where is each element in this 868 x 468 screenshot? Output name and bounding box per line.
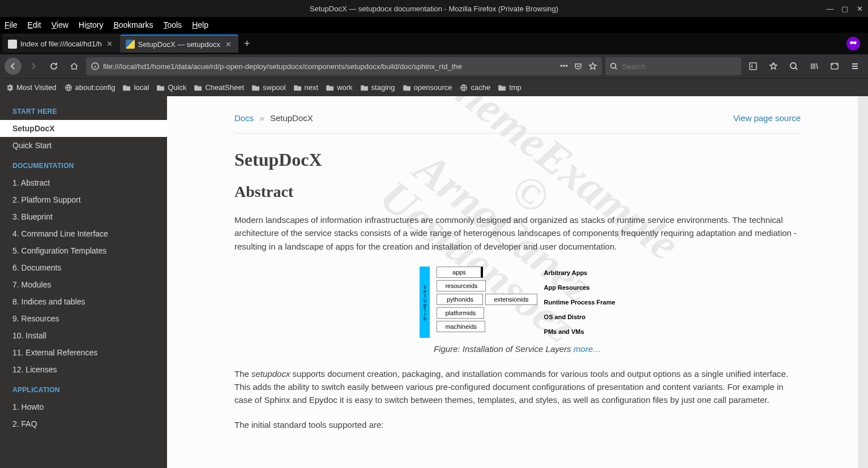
bookmark-item[interactable]: opensource bbox=[403, 83, 452, 92]
diagram-label: Arbitrary Apps bbox=[544, 267, 615, 279]
new-tab-button[interactable]: + bbox=[238, 38, 256, 50]
reload-button[interactable] bbox=[45, 58, 62, 75]
scrollbar[interactable] bbox=[858, 96, 868, 468]
docs-sidebar[interactable]: START HERESetupDocXQuick StartDOCUMENTAT… bbox=[0, 96, 167, 468]
menu-tools[interactable]: Tools bbox=[163, 20, 182, 29]
bookmark-star-icon[interactable] bbox=[588, 62, 597, 71]
sidebar-item[interactable]: 1. Abstract bbox=[0, 174, 167, 191]
sidebar-section-heading: DOCUMENTATION bbox=[0, 154, 167, 174]
menu-bar: File Edit View History Bookmarks Tools H… bbox=[0, 17, 868, 33]
menu-bookmarks[interactable]: Bookmarks bbox=[113, 20, 153, 29]
window-titlebar: SetupDocX — setupdocx documentation - Mo… bbox=[0, 0, 868, 17]
minimize-button[interactable]: — bbox=[826, 5, 834, 12]
back-button[interactable] bbox=[5, 58, 22, 75]
url-bar[interactable]: file:///local/hd1/home1/data/acue/rd/p-o… bbox=[86, 57, 602, 75]
maximize-button[interactable]: ▢ bbox=[841, 5, 849, 12]
section-heading: Abstract bbox=[234, 183, 801, 201]
private-browsing-icon bbox=[846, 37, 860, 50]
search-icon bbox=[610, 62, 618, 70]
abstract-p2: The setupdocx supports document creation… bbox=[234, 367, 801, 407]
search-input[interactable] bbox=[622, 62, 737, 71]
diagram-box: extensionids bbox=[485, 294, 537, 305]
bookmark-item[interactable]: Quick bbox=[157, 83, 186, 92]
sidebar-item[interactable]: 7. Modules bbox=[0, 276, 167, 293]
sidebar-item[interactable]: 5. Configuration Templates bbox=[0, 242, 167, 259]
window-title: SetupDocX — setupdocx documentation - Mo… bbox=[310, 5, 558, 13]
sidebar-section-heading: START HERE bbox=[0, 100, 167, 120]
app-menu-icon[interactable] bbox=[846, 58, 863, 75]
bookmark-item[interactable]: work bbox=[326, 83, 352, 92]
menu-file[interactable]: File bbox=[5, 20, 18, 29]
sidebar-item[interactable]: 12. Licenses bbox=[0, 361, 167, 378]
svg-point-1 bbox=[611, 63, 616, 68]
diagram-label: App Resources bbox=[544, 281, 615, 294]
breadcrumb-root[interactable]: Docs bbox=[234, 113, 254, 123]
tab-1[interactable]: SetupDocX — setupdocx ✕ bbox=[120, 35, 238, 53]
home-button[interactable] bbox=[66, 58, 83, 75]
tab-close-icon[interactable]: ✕ bbox=[105, 40, 114, 48]
forward-button[interactable] bbox=[25, 58, 42, 75]
sidebar-item[interactable]: 9. Resources bbox=[0, 310, 167, 327]
url-text: file:///local/hd1/home1/data/acue/rd/p-o… bbox=[103, 62, 557, 71]
diagram-box: apps bbox=[437, 267, 483, 278]
sidebar-item[interactable]: 2. FAQ bbox=[0, 415, 167, 432]
navigation-bar: file:///local/hd1/home1/data/acue/rd/p-o… bbox=[0, 54, 868, 78]
menu-help[interactable]: Help bbox=[192, 20, 208, 29]
diagram-side-label: setuplib bbox=[420, 267, 430, 338]
reader-icon[interactable] bbox=[745, 58, 762, 75]
library-icon[interactable] bbox=[806, 58, 823, 75]
page-title: SetupDocX bbox=[234, 149, 801, 170]
diagram-label: PMs and VMs bbox=[544, 325, 615, 338]
bookmark-item[interactable]: cache bbox=[460, 83, 490, 92]
sidebar-item[interactable]: 2. Platform Support bbox=[0, 191, 167, 208]
bookmark-item[interactable]: Most Visited bbox=[6, 83, 57, 92]
sidebar-item[interactable]: 6. Documents bbox=[0, 259, 167, 276]
tab-0[interactable]: Index of file:///local/hd1/h ✕ bbox=[2, 35, 120, 53]
svg-point-3 bbox=[790, 63, 796, 68]
diagram-box: platformids bbox=[437, 307, 484, 319]
sidebar-item[interactable]: 3. Blueprint bbox=[0, 208, 167, 225]
python-icon bbox=[126, 40, 135, 49]
diagram-box: pythonids bbox=[437, 294, 483, 305]
figure-more-link[interactable]: more… bbox=[574, 344, 601, 354]
diagram-label: OS and Distro bbox=[544, 311, 615, 323]
menu-history[interactable]: History bbox=[79, 20, 104, 29]
view-source-link[interactable]: View page source bbox=[733, 113, 801, 123]
info-icon bbox=[91, 62, 100, 71]
sidebar-section-heading: APPLICATION bbox=[0, 378, 167, 398]
search-bar[interactable] bbox=[605, 57, 741, 75]
sidebar-item[interactable]: 11. External References bbox=[0, 344, 167, 361]
file-icon bbox=[8, 40, 17, 49]
diagram-box: resourceids bbox=[437, 280, 486, 291]
bookmark-item[interactable]: next bbox=[294, 83, 319, 92]
bookmark-item[interactable]: local bbox=[123, 83, 149, 92]
sidebar-item[interactable]: SetupDocX bbox=[0, 120, 167, 137]
diagram-label: Runtime Process Frame bbox=[544, 296, 615, 308]
sidebar-item[interactable]: 1. Howto bbox=[0, 398, 167, 415]
bookmark-item[interactable]: swpool bbox=[252, 83, 285, 92]
bookmark-item[interactable]: about:config bbox=[65, 83, 116, 92]
menu-view[interactable]: View bbox=[52, 20, 69, 29]
more-icon[interactable]: ••• bbox=[560, 62, 568, 71]
abstract-p3: The initial standard tools supported are… bbox=[234, 418, 801, 431]
tab-close-icon[interactable]: ✕ bbox=[224, 40, 233, 49]
sidebar-item[interactable]: 8. Indices and tables bbox=[0, 293, 167, 310]
sidebar-item[interactable]: 4. Command Line Interface bbox=[0, 225, 167, 242]
figure: setuplibappsresourceidspythonidsextensio… bbox=[234, 267, 801, 354]
breadcrumb-current: SetupDocX bbox=[270, 113, 313, 123]
pocket-icon[interactable] bbox=[574, 62, 583, 71]
main-content[interactable]: ThemeExample©ArnoCanezUestuensoez Docs »… bbox=[167, 96, 868, 468]
diagram-box: machineids bbox=[437, 321, 485, 332]
sidebar-item[interactable]: 10. Install bbox=[0, 327, 167, 344]
abstract-p1: Modern landscapes of information infrast… bbox=[234, 213, 801, 253]
bookmark-item[interactable]: CheatSheet bbox=[194, 83, 244, 92]
bookmark-item[interactable]: staging bbox=[361, 83, 395, 92]
bookmark-item[interactable]: tmp bbox=[498, 83, 521, 92]
search-icon[interactable] bbox=[785, 58, 802, 75]
svg-rect-2 bbox=[750, 63, 756, 70]
menu-edit[interactable]: Edit bbox=[28, 20, 41, 29]
close-button[interactable]: ✕ bbox=[856, 5, 863, 12]
sidebar-icon[interactable] bbox=[826, 58, 843, 75]
sidebar-item[interactable]: Quick Start bbox=[0, 137, 167, 154]
downloads-icon[interactable] bbox=[765, 58, 782, 75]
